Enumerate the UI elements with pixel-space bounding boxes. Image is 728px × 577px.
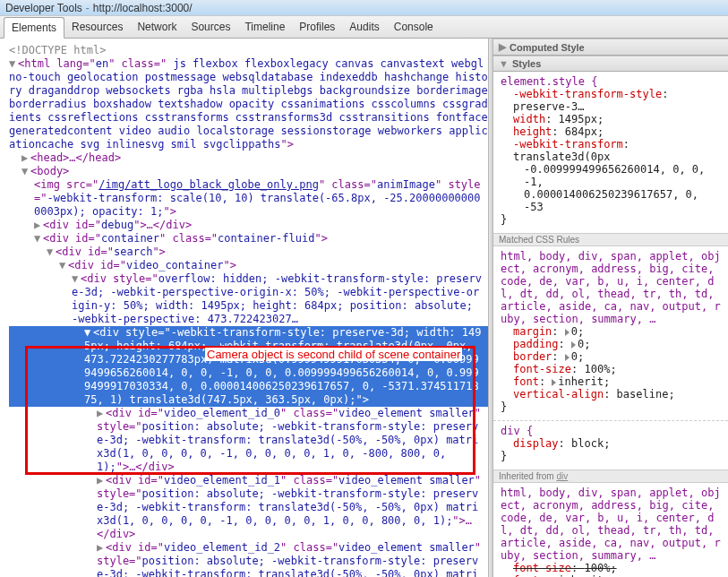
- inherited-reset-rule[interactable]: html, body, div, span, applet, object, a…: [493, 483, 728, 577]
- inherited-div-header: Inherited from div: [493, 469, 728, 483]
- close-brace: }: [501, 450, 723, 462]
- title-separator: -: [86, 2, 90, 14]
- element-style-rule[interactable]: element.style { -webkit-transform-style:…: [493, 72, 728, 233]
- tab-resources[interactable]: Resources: [64, 17, 130, 37]
- tab-timeline[interactable]: Timeline: [237, 17, 292, 37]
- tab-sources[interactable]: Sources: [184, 17, 237, 37]
- expand-icon[interactable]: ▶: [21, 151, 30, 165]
- expand-shorthand-icon[interactable]: [552, 379, 556, 386]
- expand-shorthand-icon[interactable]: [571, 341, 576, 349]
- close-brace: }: [501, 213, 723, 226]
- video-element-2[interactable]: ▶<div id="video_element_id_2" class="vid…: [9, 541, 488, 577]
- search-div[interactable]: ▼<div id="search">: [9, 245, 488, 259]
- expand-icon[interactable]: ▼: [47, 245, 56, 259]
- expand-icon[interactable]: ▶: [97, 541, 106, 555]
- styles-sidebar: ▶Computed Style ▼Styles element.style { …: [493, 39, 728, 577]
- selector: element.style {: [501, 75, 723, 88]
- styles-header[interactable]: ▼Styles: [493, 56, 728, 72]
- computed-style-header[interactable]: ▶Computed Style: [493, 39, 728, 56]
- video-container-div[interactable]: ▼<div id="video_container">: [9, 259, 488, 272]
- debug-div[interactable]: ▶<div id="debug">…</div>: [9, 219, 488, 232]
- reset-rule[interactable]: html, body, div, span, applet, object, a…: [493, 246, 728, 420]
- disclosure-icon: ▼: [499, 58, 509, 69]
- expand-icon[interactable]: ▼: [84, 326, 93, 340]
- app-name: Developer Tools: [5, 2, 82, 14]
- tab-profiles[interactable]: Profiles: [292, 17, 342, 37]
- head-element[interactable]: ▶<head>…</head>: [9, 151, 488, 165]
- window-titlebar: Developer Tools - http://localhost:3000/: [0, 0, 728, 15]
- video-element-0[interactable]: ▶<div id="video_element_id_0" class="vid…: [9, 407, 488, 474]
- inherited-link[interactable]: div: [556, 471, 568, 481]
- devtools-toolbar: Elements Resources Network Sources Timel…: [0, 15, 728, 39]
- camera-div-selected[interactable]: ▼<div style="-webkit-transform-style: pr…: [9, 326, 488, 407]
- matched-rules-header: Matched CSS Rules: [493, 233, 728, 246]
- styles-title: Styles: [512, 58, 541, 69]
- tab-network[interactable]: Network: [130, 17, 184, 37]
- expand-icon[interactable]: ▼: [21, 165, 30, 178]
- expand-icon[interactable]: ▼: [59, 259, 68, 272]
- close-brace: }: [501, 400, 723, 413]
- tab-audits[interactable]: Audits: [342, 17, 386, 37]
- expand-icon[interactable]: ▶: [34, 219, 43, 232]
- selector: div {: [501, 425, 533, 437]
- doctype[interactable]: <!DOCTYPE html>: [9, 44, 488, 57]
- computed-style-title: Computed Style: [510, 42, 585, 53]
- container-div[interactable]: ▼<div id="container" class="container-fl…: [9, 232, 488, 245]
- expand-shorthand-icon[interactable]: [565, 329, 570, 336]
- tab-console[interactable]: Console: [387, 17, 441, 37]
- disclosure-icon: ▶: [499, 41, 506, 53]
- elements-panel[interactable]: <!DOCTYPE html> ▼<html lang="en" class="…: [0, 39, 488, 577]
- tab-elements[interactable]: Elements: [4, 17, 64, 39]
- expand-icon[interactable]: ▼: [34, 232, 43, 245]
- page-url: http://localhost:3000/: [93, 2, 193, 14]
- expand-shorthand-icon[interactable]: [565, 354, 570, 361]
- selector: html, body, div, span, applet, object, a…: [501, 250, 723, 325]
- expand-icon[interactable]: ▼: [72, 272, 81, 286]
- expand-icon[interactable]: ▶: [97, 474, 106, 487]
- body-element[interactable]: ▼<body>: [9, 165, 488, 178]
- div-rule[interactable]: div { display: block; }: [493, 420, 728, 469]
- selector: html, body, div, span, applet, object, a…: [501, 487, 723, 562]
- expand-icon[interactable]: ▶: [97, 407, 106, 420]
- scene-div[interactable]: ▼<div style="overflow: hidden; -webkit-t…: [9, 272, 488, 326]
- html-element[interactable]: ▼<html lang="en" class=" js flexbox flex…: [9, 57, 488, 151]
- expand-icon[interactable]: ▼: [9, 57, 18, 71]
- img-element[interactable]: <img src="/img/att_logo_black_globe_only…: [9, 178, 488, 219]
- video-element-1[interactable]: ▶<div id="video_element_id_1" class="vid…: [9, 474, 488, 541]
- annotation-label: Camera object is second child of scene c…: [205, 348, 462, 361]
